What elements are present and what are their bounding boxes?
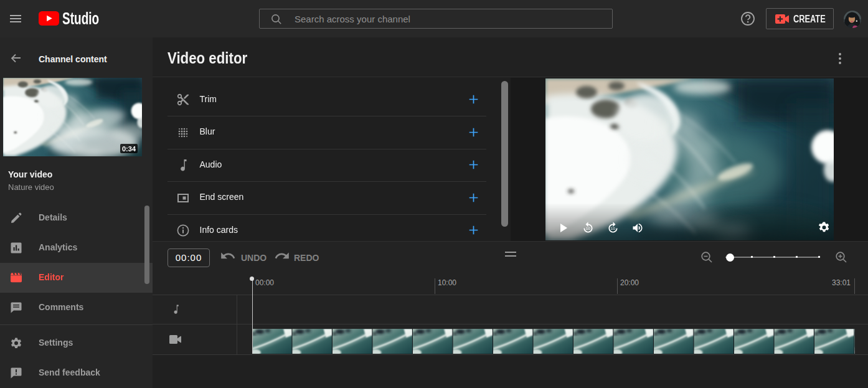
svg-text:10: 10 <box>586 226 590 230</box>
svg-text:10: 10 <box>611 226 615 230</box>
